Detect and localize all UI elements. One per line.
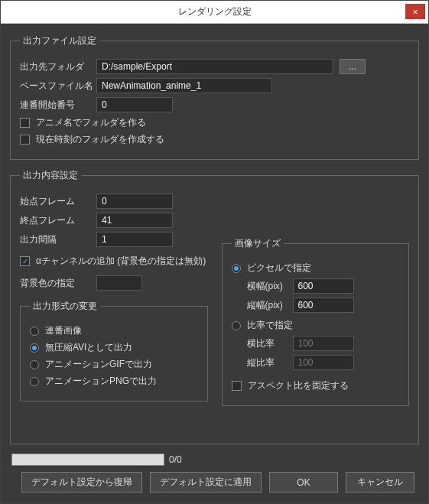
image-size-legend: 画像サイズ (232, 237, 284, 250)
cancel-button[interactable]: キャンセル (346, 472, 414, 493)
base-filename-input[interactable] (96, 78, 272, 93)
width-ratio-input[interactable] (293, 336, 354, 351)
make-anime-folder-label: アニメ名でフォルダを作る (36, 116, 146, 129)
output-folder-input[interactable] (96, 59, 333, 74)
start-frame-label: 始点フレーム (20, 195, 96, 208)
lock-aspect-checkbox[interactable] (232, 381, 242, 391)
make-anime-folder-checkbox[interactable] (20, 118, 30, 128)
format-gif-radio[interactable] (30, 360, 39, 369)
progress-text: 0/0 (169, 454, 182, 465)
format-seq-images-label: 連番画像 (45, 324, 82, 337)
output-settings-legend: 出力内容設定 (20, 169, 81, 182)
browse-button[interactable]: ... (340, 59, 366, 74)
size-mode-pixel-label: ピクセルで指定 (247, 262, 311, 275)
height-ratio-label: 縦比率 (247, 356, 293, 369)
lock-aspect-label: アスペクト比を固定する (248, 379, 349, 392)
seq-start-input[interactable] (96, 97, 173, 112)
interval-input[interactable] (96, 232, 173, 247)
height-px-label: 縦幅(pix) (247, 299, 293, 312)
restore-default-button[interactable]: デフォルト設定から復帰 (21, 472, 142, 493)
height-ratio-input[interactable] (293, 355, 354, 370)
format-group: 出力形式の変更 連番画像 無圧縮AVIとして出力 アニメーションGIFで出力 (20, 300, 208, 402)
output-folder-label: 出力先フォルダ (20, 60, 96, 73)
file-settings-group: 出力ファイル設定 出力先フォルダ ... ベースファイル名 連番開始番号 アニメ… (10, 34, 419, 160)
width-px-label: 横幅(pix) (247, 280, 293, 293)
end-frame-input[interactable] (96, 213, 173, 228)
bg-color-label: 背景色の指定 (20, 277, 96, 290)
file-settings-legend: 出力ファイル設定 (20, 34, 99, 47)
format-avi-label: 無圧縮AVIとして出力 (45, 341, 132, 354)
alpha-channel-label: αチャンネルの追加 (背景色の指定は無効) (36, 255, 206, 268)
format-avi-radio[interactable] (30, 343, 39, 353)
width-px-input[interactable] (293, 278, 354, 294)
format-seq-images-radio[interactable] (30, 327, 39, 336)
base-filename-label: ベースファイル名 (20, 80, 96, 93)
ok-button[interactable]: OK (269, 472, 338, 493)
format-gif-label: アニメーションGIFで出力 (45, 358, 152, 371)
render-settings-window: レンダリング設定 × 出力ファイル設定 出力先フォルダ ... ベースファイル名… (0, 0, 429, 504)
titlebar: レンダリング設定 × (1, 1, 428, 24)
start-frame-input[interactable] (96, 193, 173, 209)
bg-color-swatch[interactable] (96, 275, 142, 291)
size-mode-ratio-label: 比率で指定 (247, 319, 293, 332)
interval-label: 出力間隔 (20, 233, 96, 246)
make-timestamp-folder-checkbox[interactable] (20, 135, 30, 145)
output-settings-group: 出力内容設定 始点フレーム 終点フレーム 出力間隔 (10, 169, 419, 444)
format-legend: 出力形式の変更 (30, 300, 100, 313)
apply-default-button[interactable]: デフォルト設定に適用 (150, 472, 262, 493)
make-timestamp-folder-label: 現在時刻のフォルダを作成する (36, 133, 164, 146)
size-mode-pixel-radio[interactable] (232, 264, 241, 273)
end-frame-label: 終点フレーム (20, 214, 96, 227)
format-png-label: アニメーションPNGで出力 (45, 375, 157, 388)
window-title: レンダリング設定 (178, 5, 252, 18)
format-png-radio[interactable] (30, 377, 39, 386)
alpha-channel-checkbox[interactable] (20, 256, 30, 266)
close-button[interactable]: × (405, 4, 425, 19)
height-px-input[interactable] (293, 298, 354, 313)
image-size-group: 画像サイズ ピクセルで指定 横幅(pix) 縦幅(pix) (222, 237, 410, 406)
size-mode-ratio-radio[interactable] (232, 321, 241, 330)
width-ratio-label: 横比率 (247, 337, 293, 350)
seq-start-label: 連番開始番号 (20, 99, 96, 112)
content-area: 出力ファイル設定 出力先フォルダ ... ベースファイル名 連番開始番号 アニメ… (1, 24, 428, 503)
progress-bar (11, 454, 164, 466)
